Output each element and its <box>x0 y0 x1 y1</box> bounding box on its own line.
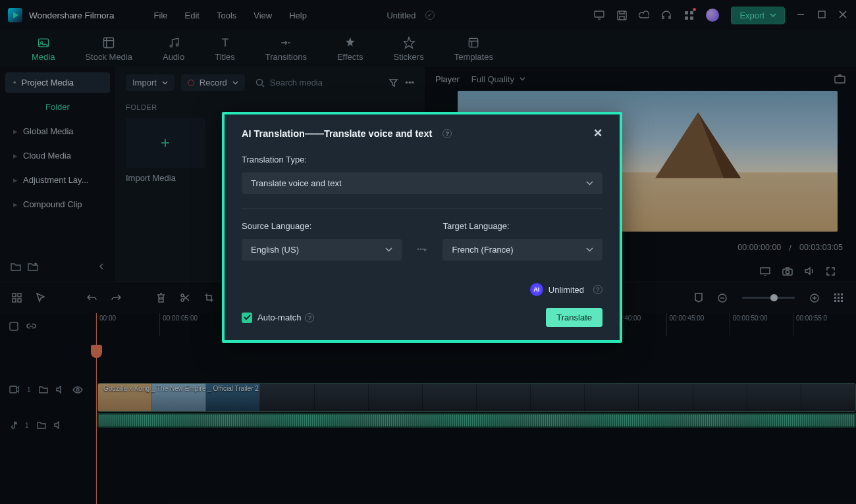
target-language-select[interactable]: French (France) <box>442 239 602 261</box>
menu-help[interactable]: Help <box>289 11 307 20</box>
folder-track-icon[interactable] <box>37 421 46 429</box>
tab-stickers[interactable]: Stickers <box>388 34 429 64</box>
sidebar-cloud-media[interactable]: ▸Cloud Media <box>5 145 110 166</box>
source-language-select[interactable]: English (US) <box>242 239 402 261</box>
tab-stock-media[interactable]: Stock Media <box>80 34 138 64</box>
tab-transitions[interactable]: Transitions <box>260 34 312 64</box>
video-clip[interactable]: Godzilla x Kong _ The New Empire _ Offic… <box>97 383 856 412</box>
mute-icon[interactable] <box>56 386 65 393</box>
record-dropdown[interactable]: Record <box>181 74 245 91</box>
mute-icon[interactable] <box>54 421 63 429</box>
quality-dropdown[interactable]: Full Quality <box>471 74 525 84</box>
sidebar-global-media[interactable]: ▸Global Media <box>5 121 110 141</box>
translate-button[interactable]: Translate <box>546 308 602 327</box>
category-tabs: Media Stock Media Audio Titles Transitio… <box>0 30 856 67</box>
svg-rect-22 <box>18 299 21 302</box>
new-bin-icon[interactable] <box>28 262 38 271</box>
snapshot-icon[interactable] <box>834 74 845 84</box>
menu-edit[interactable]: Edit <box>185 11 200 20</box>
user-avatar[interactable] <box>706 9 719 22</box>
tab-templates[interactable]: Templates <box>449 34 498 64</box>
select-value: French (France) <box>452 245 513 255</box>
search-icon <box>255 78 265 88</box>
menu-file[interactable]: File <box>154 11 168 20</box>
sidebar-compound-clip[interactable]: ▸Compound Clip <box>5 194 110 214</box>
modal-close-button[interactable]: ✕ <box>593 126 602 140</box>
link-icon[interactable] <box>26 323 36 330</box>
close-button[interactable] <box>839 11 848 20</box>
view-options-icon[interactable] <box>834 293 844 302</box>
sidebar-adjustment-layer[interactable]: ▸Adjustment Lay... <box>5 170 110 190</box>
tab-label: Effects <box>337 52 363 62</box>
zoom-in-button[interactable] <box>809 293 820 303</box>
camera-icon[interactable] <box>782 267 793 276</box>
menu-view[interactable]: View <box>254 11 272 20</box>
tab-effects[interactable]: Effects <box>332 34 369 64</box>
select-value: Translate voice and text <box>251 178 342 188</box>
zoom-slider[interactable] <box>742 297 795 299</box>
track-area[interactable]: Godzilla x Kong _ The New Empire _ Offic… <box>96 336 856 504</box>
search-placeholder: Search media <box>270 78 323 88</box>
save-icon[interactable] <box>616 10 627 20</box>
chevron-down-icon <box>385 247 392 252</box>
filter-icon[interactable] <box>388 78 398 88</box>
export-button[interactable]: Export <box>731 7 785 24</box>
more-icon[interactable]: ••• <box>405 78 414 88</box>
minimize-button[interactable] <box>797 11 806 20</box>
import-media-card[interactable]: + <box>126 118 205 168</box>
help-icon[interactable]: ? <box>305 313 314 322</box>
tab-label: Media <box>32 52 55 62</box>
tab-audio[interactable]: Audio <box>157 34 190 64</box>
help-icon[interactable]: ? <box>442 129 452 138</box>
fullscreen-icon[interactable] <box>826 267 835 276</box>
crop-button[interactable] <box>204 293 214 303</box>
ruler-tick: 00:00:50:00 <box>730 313 793 336</box>
sidebar-folder[interactable]: Folder <box>5 97 110 117</box>
folder-track-icon[interactable] <box>39 386 48 393</box>
chevron-down-icon <box>586 181 593 186</box>
toggle-track-icon[interactable] <box>9 322 18 331</box>
undo-button[interactable] <box>87 293 97 302</box>
audio-track-icon[interactable] <box>9 420 17 430</box>
sidebar-project-media[interactable]: •Project Media <box>5 72 110 93</box>
zoom-out-button[interactable] <box>717 293 728 303</box>
sidebar-label: Global Media <box>23 126 74 136</box>
new-folder-icon[interactable] <box>11 262 21 271</box>
apps-icon[interactable] <box>683 10 694 20</box>
tab-media[interactable]: Media <box>26 34 60 64</box>
collapse-sidebar-icon[interactable] <box>98 263 105 270</box>
layout-icon[interactable] <box>12 293 22 303</box>
monitor-icon[interactable] <box>594 10 604 20</box>
tab-titles[interactable]: Titles <box>209 34 240 64</box>
cloud-icon[interactable] <box>639 10 649 20</box>
headphones-icon[interactable] <box>661 10 672 20</box>
redo-button[interactable] <box>111 293 121 302</box>
split-button[interactable] <box>180 293 190 303</box>
search-input[interactable]: Search media <box>252 74 383 91</box>
maximize-button[interactable] <box>818 11 827 20</box>
svg-point-11 <box>176 43 178 45</box>
svg-rect-35 <box>841 300 843 302</box>
menu-tools[interactable]: Tools <box>217 11 236 20</box>
delete-button[interactable] <box>157 293 165 303</box>
import-dropdown[interactable]: Import <box>126 74 174 91</box>
player-label: Player <box>435 74 460 84</box>
ruler-tick: 00:00:05:00 <box>159 313 223 336</box>
visibility-icon[interactable] <box>72 386 83 393</box>
svg-rect-19 <box>13 293 16 297</box>
auto-match-checkbox[interactable] <box>242 313 252 323</box>
volume-icon[interactable] <box>805 266 815 276</box>
translation-type-select[interactable]: Translate voice and text <box>242 172 602 194</box>
cursor-icon[interactable] <box>36 293 45 303</box>
help-icon[interactable]: ? <box>593 285 602 294</box>
audio-clip[interactable] <box>97 413 856 428</box>
marker-icon[interactable] <box>695 293 703 303</box>
tab-label: Transitions <box>265 52 307 62</box>
tab-label: Stickers <box>393 52 423 62</box>
svg-rect-5 <box>690 16 693 20</box>
video-track-icon[interactable] <box>9 386 19 393</box>
svg-rect-32 <box>841 297 843 299</box>
playhead[interactable] <box>96 313 97 504</box>
display-icon[interactable] <box>760 267 770 276</box>
sidebar-label: Adjustment Lay... <box>23 175 88 185</box>
